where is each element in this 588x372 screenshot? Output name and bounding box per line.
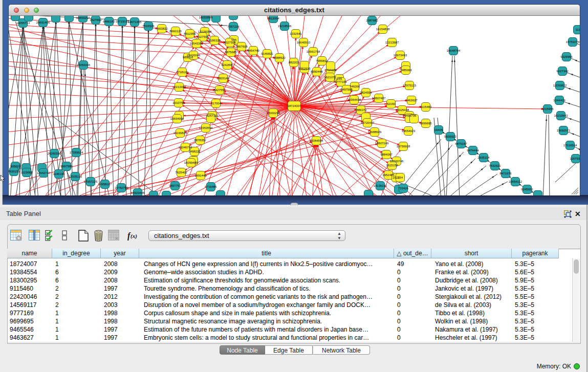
- svg-text:5716485: 5716485: [205, 185, 217, 188]
- svg-text:19166825: 19166825: [173, 132, 187, 135]
- svg-text:(x): (x): [130, 233, 137, 239]
- svg-text:1588520: 1588520: [273, 56, 286, 59]
- svg-text:9777169: 9777169: [335, 80, 347, 83]
- svg-text:9474444: 9474444: [467, 149, 479, 152]
- svg-text:1691443: 1691443: [194, 174, 207, 177]
- svg-text:17016504: 17016504: [563, 144, 577, 147]
- svg-text:6794028: 6794028: [324, 69, 337, 72]
- svg-text:13226058: 13226058: [198, 30, 212, 33]
- svg-text:6699695: 6699695: [420, 122, 432, 125]
- svg-text:733426: 733426: [398, 187, 409, 190]
- svg-text:16640910: 16640910: [297, 41, 311, 44]
- svg-text:7485063: 7485063: [400, 69, 412, 72]
- svg-text:20364436: 20364436: [347, 98, 361, 101]
- svg-text:1527602: 1527602: [90, 18, 102, 21]
- svg-text:9463627: 9463627: [405, 99, 418, 102]
- svg-text:12213987: 12213987: [385, 41, 399, 44]
- svg-text:3824554: 3824554: [360, 91, 372, 94]
- svg-text:12505115: 12505115: [69, 175, 82, 178]
- svg-text:5935923: 5935923: [444, 135, 456, 138]
- svg-text:19218506: 19218506: [278, 25, 292, 28]
- svg-text:8990448: 8990448: [311, 70, 323, 73]
- svg-text:6466160: 6466160: [103, 20, 115, 23]
- svg-text:8427552: 8427552: [213, 89, 226, 92]
- svg-text:8471676: 8471676: [499, 172, 512, 175]
- svg-text:16046796: 16046796: [179, 146, 192, 149]
- svg-text:2867608: 2867608: [235, 45, 248, 48]
- svg-text:6879197: 6879197: [455, 142, 467, 145]
- svg-text:17957225: 17957225: [84, 180, 98, 183]
- svg-text:15692971: 15692971: [557, 129, 571, 132]
- svg-text:10543382: 10543382: [190, 42, 204, 45]
- svg-text:6497568: 6497568: [340, 88, 353, 91]
- svg-text:9329966: 9329966: [560, 55, 573, 58]
- svg-text:10973493: 10973493: [394, 54, 407, 57]
- svg-text:8215955: 8215955: [541, 107, 554, 111]
- svg-text:16495796: 16495796: [403, 114, 417, 117]
- svg-text:9115460: 9115460: [420, 105, 432, 108]
- svg-text:8912956: 8912956: [184, 32, 196, 35]
- svg-text:8813054: 8813054: [267, 17, 279, 20]
- svg-text:14055713: 14055713: [16, 21, 30, 25]
- svg-text:3875685: 3875685: [225, 51, 237, 54]
- svg-text:8660123: 8660123: [169, 30, 182, 33]
- svg-text:1010755: 1010755: [172, 101, 185, 104]
- svg-text:62160: 62160: [387, 102, 396, 105]
- svg-text:12923445: 12923445: [131, 191, 145, 194]
- svg-text:14136141: 14136141: [374, 184, 387, 187]
- svg-text:16782759: 16782759: [115, 186, 128, 189]
- svg-text:1244419: 1244419: [553, 99, 565, 102]
- svg-text:7955812: 7955812: [316, 59, 328, 62]
- svg-text:1498222: 1498222: [188, 150, 201, 153]
- svg-text:9242845: 9242845: [221, 63, 233, 67]
- svg-text:10958107: 10958107: [98, 183, 112, 186]
- svg-text:16154838: 16154838: [376, 28, 390, 31]
- svg-text:7357224: 7357224: [227, 25, 239, 28]
- svg-text:10853257: 10853257: [76, 16, 90, 19]
- svg-text:16405: 16405: [434, 128, 443, 132]
- svg-text:15720407: 15720407: [361, 121, 375, 124]
- svg-text:8186328: 8186328: [208, 39, 221, 42]
- svg-text:17975115: 17975115: [403, 84, 417, 87]
- svg-text:1145194: 1145194: [53, 172, 66, 176]
- svg-text:9227342: 9227342: [556, 70, 569, 73]
- svg-text:1621072: 1621072: [324, 76, 336, 79]
- svg-text:19756928: 19756928: [397, 145, 410, 148]
- svg-text:16099489: 16099489: [184, 161, 198, 164]
- svg-text:2087682: 2087682: [366, 19, 378, 22]
- svg-text:1332541: 1332541: [290, 32, 302, 35]
- svg-text:16210643: 16210643: [554, 114, 568, 117]
- svg-text:20691406: 20691406: [36, 21, 50, 24]
- svg-text:9327505: 9327505: [197, 35, 209, 38]
- svg-text:10025438: 10025438: [396, 108, 409, 112]
- svg-text:19384554: 19384554: [310, 139, 323, 142]
- svg-text:26260350: 26260350: [48, 152, 61, 155]
- svg-text:9245652: 9245652: [521, 188, 533, 191]
- svg-text:12353594: 12353594: [199, 126, 213, 129]
- svg-text:7886372: 7886372: [355, 108, 367, 112]
- svg-text:8939159: 8939159: [9, 170, 20, 173]
- svg-text:9327508: 9327508: [224, 41, 236, 44]
- svg-text:10654956: 10654956: [170, 117, 184, 120]
- svg-text:18724007: 18724007: [288, 104, 301, 107]
- svg-text:8267110: 8267110: [207, 114, 219, 117]
- svg-text:8454749: 8454749: [247, 49, 259, 52]
- svg-text:12213389: 12213389: [172, 85, 186, 89]
- svg-text:7632621: 7632621: [489, 164, 501, 167]
- svg-text:935001: 935001: [10, 165, 21, 168]
- svg-text:12093822: 12093822: [553, 84, 567, 87]
- svg-text:9997586: 9997586: [60, 165, 73, 168]
- svg-text:20053346: 20053346: [77, 63, 91, 67]
- svg-text:10961758: 10961758: [307, 50, 320, 53]
- svg-text:19654923: 19654923: [402, 129, 416, 133]
- svg-text:10120746: 10120746: [390, 160, 404, 163]
- svg-text:16053809: 16053809: [199, 16, 213, 19]
- svg-text:254: 254: [398, 176, 403, 179]
- svg-text:9657791: 9657791: [169, 184, 181, 187]
- svg-text:111: 111: [575, 28, 580, 31]
- svg-text:16648784: 16648784: [447, 49, 461, 52]
- svg-text:1115682: 1115682: [21, 171, 33, 174]
- svg-text:17359924: 17359924: [70, 151, 83, 154]
- svg-text:15751074: 15751074: [566, 40, 580, 43]
- svg-text:10688609: 10688609: [368, 130, 382, 134]
